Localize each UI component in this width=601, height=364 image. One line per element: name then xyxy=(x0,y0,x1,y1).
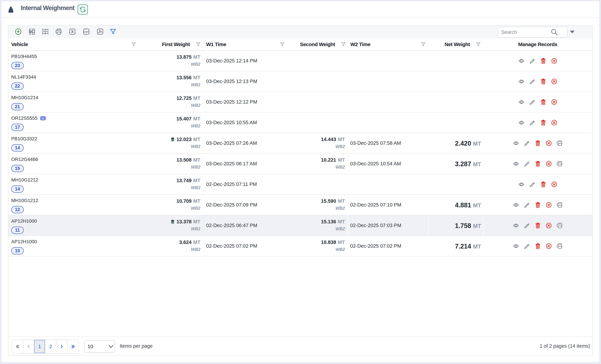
svg-text:CSV: CSV xyxy=(84,31,89,33)
svg-text:X: X xyxy=(71,29,74,34)
